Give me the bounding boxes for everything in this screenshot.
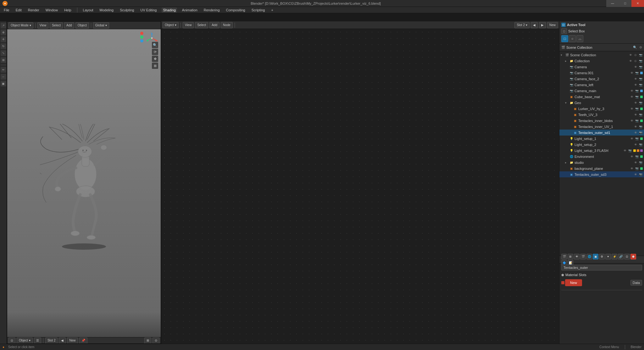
bgplane-render-btn[interactable]: 📷 xyxy=(635,166,639,171)
tool-rotate[interactable]: ↻ xyxy=(1,43,6,49)
prop-object-tab[interactable]: ▣ xyxy=(593,254,598,259)
pan-btn[interactable]: ✥ xyxy=(152,56,158,62)
scene-visibility-btn[interactable]: 👁 xyxy=(628,53,633,57)
select-box-icon[interactable]: □ xyxy=(561,28,567,34)
outliner-item-camera-face2[interactable]: 📷 Camera_face_2 👁 📷 xyxy=(559,76,644,82)
prop-render-tab[interactable]: 🎬 xyxy=(561,254,567,259)
camera-view-btn[interactable]: ⊞ xyxy=(152,63,158,69)
light2-vis-btn[interactable]: 👁 xyxy=(633,142,638,147)
light2-render-btn[interactable]: 📷 xyxy=(638,142,643,147)
scene-render-btn[interactable]: 📷 xyxy=(638,53,643,57)
camface-render-btn[interactable]: 📷 xyxy=(638,77,643,81)
outliner-item-light2[interactable]: 💡 Light_setup_2 👁 📷 xyxy=(559,142,644,147)
teeth-vis-btn[interactable]: 👁 xyxy=(633,113,638,117)
tool-scale[interactable]: ⤡ xyxy=(1,50,6,56)
geo-vis-btn[interactable]: 👁 xyxy=(633,101,638,105)
lurker-vis-btn[interactable]: 👁 xyxy=(630,107,634,111)
tib-render-btn[interactable]: 📷 xyxy=(635,119,639,123)
outliner-item-scene-collection[interactable]: ▾ 🎬 Scene Collection 👁 ⊙ 📷 xyxy=(559,52,644,58)
bgplane-vis-btn[interactable]: 👁 xyxy=(630,166,634,171)
light3-render-btn[interactable]: 📷 xyxy=(628,148,632,153)
scene-exclude-btn[interactable]: ⊙ xyxy=(633,53,638,57)
outliner-item-camera001[interactable]: 📷 Camera.001 👁 📷 xyxy=(559,70,644,76)
shader-slot-btn[interactable]: Slot 2 ▾ xyxy=(514,22,530,28)
cam-vis-btn[interactable]: 👁 xyxy=(633,65,638,69)
coll-excl-btn[interactable]: ⊙ xyxy=(633,59,638,63)
shader-nav-prev[interactable]: ◀ xyxy=(531,22,538,28)
cubebase-render-btn[interactable]: 📷 xyxy=(635,95,639,99)
tib-vis-btn[interactable]: 👁 xyxy=(630,119,634,123)
menu-render[interactable]: Render xyxy=(27,8,41,13)
prop-data-tab[interactable]: ⊡ xyxy=(624,254,630,259)
footer-shader-nav[interactable]: ◀ xyxy=(59,337,66,344)
shader-new-btn[interactable]: New xyxy=(547,22,558,28)
footer-slot-btn[interactable]: Slot 2 xyxy=(45,337,58,344)
tab-rendering[interactable]: Rendering xyxy=(203,8,221,13)
footer-mode-btn[interactable]: ⊡ xyxy=(8,337,15,344)
tosd3-vis-btn[interactable]: 👁 xyxy=(633,172,638,177)
tool-measure[interactable]: ↔ xyxy=(1,74,6,80)
footer-overlay-btn[interactable]: ⊞ xyxy=(144,337,151,344)
tool-add-cube[interactable]: ▣ xyxy=(1,81,6,86)
light1-render-btn[interactable]: 📷 xyxy=(635,136,639,141)
tosd3-render-btn[interactable]: 📷 xyxy=(638,172,643,177)
menu-window[interactable]: Window xyxy=(44,8,59,13)
prop-world-tab[interactable]: 🌐 xyxy=(586,254,592,259)
tab-layout[interactable]: Layout xyxy=(82,8,95,13)
camleft-render-btn[interactable]: 📷 xyxy=(638,83,643,87)
outliner-item-cube-base[interactable]: ▣ Cube_base_mat 👁 📷 xyxy=(559,94,644,100)
coll-vis-btn[interactable]: 👁 xyxy=(628,59,633,63)
shader-nav-next[interactable]: ▶ xyxy=(539,22,546,28)
viewport-add-menu[interactable]: Add xyxy=(64,22,74,29)
menu-edit[interactable]: Edit xyxy=(14,8,23,13)
light3-vis-btn[interactable]: 👁 xyxy=(623,148,627,153)
outliner-item-environment[interactable]: 🌐 Environment 👁 📷 xyxy=(559,153,644,159)
shader-editor-canvas[interactable] xyxy=(161,29,559,344)
outliner-item-teeth-uv[interactable]: ▣ Teeth_UV_3 👁 📷 xyxy=(559,112,644,118)
outliner-filter-btn[interactable]: 🔍 xyxy=(633,46,637,49)
zoom-in-btn[interactable]: 🔍 xyxy=(152,42,158,48)
tiu-vis-btn[interactable]: 👁 xyxy=(633,125,638,129)
viewport-view-menu[interactable]: View xyxy=(37,22,49,29)
outliner-item-collection[interactable]: ▸ 📁 Collection 👁 ⊙ 📷 xyxy=(559,58,644,64)
footer-pin-btn[interactable]: 📌 xyxy=(79,337,87,344)
coll-render-btn[interactable]: 📷 xyxy=(638,59,643,63)
viewport-select-menu[interactable]: Select xyxy=(50,22,63,29)
select-lasso-btn[interactable]: ⌓ xyxy=(576,35,583,42)
prop-constraints-tab[interactable]: 🔗 xyxy=(618,254,624,259)
tool-select[interactable]: ↗ xyxy=(1,23,6,28)
outliner-item-tentacles-inner-blobs[interactable]: ▣ Tentacles_inner_blobs 👁 📷 xyxy=(559,118,644,124)
tosd1-vis-btn[interactable]: 👁 xyxy=(633,131,638,135)
outliner-item-light3[interactable]: 💡 Light_setup_3 FLASH 👁 📷 xyxy=(559,147,644,153)
viewport-object-menu[interactable]: Object xyxy=(75,22,89,29)
select-circle-btn[interactable]: ○ xyxy=(569,35,576,42)
shader-object-btn[interactable]: Object ▾ xyxy=(163,22,179,28)
new-material-button[interactable]: New xyxy=(565,279,582,286)
teeth-render-btn[interactable]: 📷 xyxy=(638,113,643,117)
outliner-item-camera-left[interactable]: 📷 Camera_left 👁 📷 xyxy=(559,82,644,88)
outliner-item-lurker-uv[interactable]: ▣ Lurker_UV_hy_3 👁 📷 xyxy=(559,106,644,112)
tool-move[interactable]: ✛ xyxy=(1,36,6,42)
shader-view-menu[interactable]: View xyxy=(183,22,194,28)
camleft-vis-btn[interactable]: 👁 xyxy=(633,83,638,87)
tab-add[interactable]: + xyxy=(270,8,274,13)
env-render-btn[interactable]: 📷 xyxy=(635,154,639,159)
tab-scripting[interactable]: Scripting xyxy=(250,8,266,13)
cubebase-vis-btn[interactable]: 👁 xyxy=(630,95,634,99)
footer-shading-btns[interactable]: ⊙ xyxy=(153,337,159,344)
cam-render-btn[interactable]: 📷 xyxy=(638,65,643,69)
menu-help[interactable]: Help xyxy=(63,8,73,13)
window-controls[interactable]: — □ ✕ xyxy=(606,0,644,7)
prop-view-tab[interactable]: 👁 xyxy=(574,254,580,259)
tool-annotate[interactable]: ✏ xyxy=(1,67,6,73)
tab-modeling[interactable]: Modeling xyxy=(98,8,115,13)
prop-modifier-tab[interactable]: ⚙ xyxy=(599,254,605,259)
tiu-render-btn[interactable]: 📷 xyxy=(638,125,643,129)
cam001-vis-btn[interactable]: 👁 xyxy=(630,71,634,75)
outliner-settings-btn[interactable]: ⚙ xyxy=(639,46,642,49)
camface-vis-btn[interactable]: 👁 xyxy=(633,77,638,81)
tab-sculpting[interactable]: Sculpting xyxy=(119,8,135,13)
menu-file[interactable]: File xyxy=(3,8,11,13)
footer-object-btn[interactable]: Object ▾ xyxy=(17,337,33,344)
object-name-field[interactable]: Tentacles_outer xyxy=(561,265,642,270)
